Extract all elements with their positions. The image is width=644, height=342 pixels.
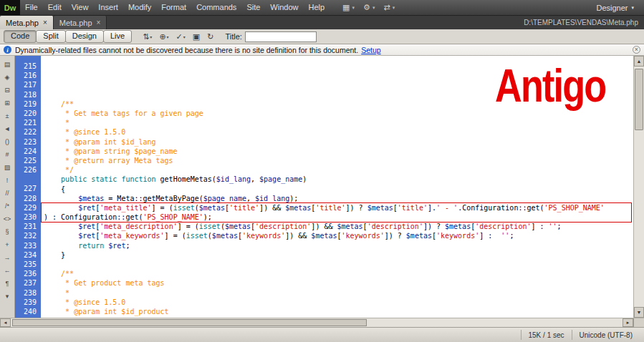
line-number: 238 [15, 288, 37, 298]
show-code-navigator-icon[interactable]: ◈ [1, 71, 14, 84]
collapse-selection-icon[interactable]: ⊞ [1, 97, 14, 109]
code-line[interactable]: * @return array Meta tags [41, 156, 633, 165]
code-line[interactable]: */ [41, 165, 633, 175]
line-number: 239 [15, 298, 37, 307]
expand-all-icon[interactable]: ± [1, 109, 14, 122]
title-input[interactable] [245, 31, 317, 42]
close-icon[interactable]: × [633, 46, 640, 54]
menu-format[interactable]: Format [156, 0, 191, 15]
apply-comment-icon[interactable]: // [1, 187, 14, 200]
tab-label: Meta.php [6, 19, 39, 27]
code-line[interactable]: { [41, 185, 633, 194]
workspace-label: Designer [596, 4, 628, 12]
scroll-down-icon[interactable]: ▼ [634, 307, 644, 318]
line-number: 216 [15, 71, 37, 80]
open-documents-icon[interactable]: ▤ [1, 58, 14, 71]
code-line[interactable]: * @since 1.5.0 [41, 298, 633, 307]
vertical-scrollbar[interactable]: ▲ ▼ [633, 56, 644, 318]
line-number: 229 [15, 203, 37, 212]
code-line[interactable] [41, 260, 633, 269]
outdent-code-icon[interactable]: ← [1, 264, 14, 277]
validate-markup-button[interactable]: ✓▾ [176, 32, 186, 41]
site-sync-button[interactable]: ⇄▾ [383, 3, 395, 12]
design-view-button[interactable]: Design [65, 30, 104, 43]
check-browser-compat-button[interactable]: ▣ [193, 32, 200, 41]
code-line[interactable]: ) : Configuration::get('PS_SHOP_NAME'); [41, 212, 633, 222]
scroll-up-icon[interactable]: ▲ [634, 56, 644, 67]
preview-in-browser-icon: ⊕ [159, 32, 165, 41]
layout-switcher-button[interactable]: ▦▾ [342, 3, 355, 12]
collapse-full-tag-icon[interactable]: ⊟ [1, 84, 14, 97]
line-number: 233 [15, 241, 37, 250]
code-line[interactable]: * @since 1.5.0 [41, 127, 633, 137]
code-line[interactable]: * @param string $page_name [41, 147, 633, 156]
code-line[interactable]: $ret['meta_keywords'] = (isset($metas['k… [41, 231, 633, 240]
chevron-down-icon: ▾ [183, 34, 186, 39]
remove-comment-icon[interactable]: /* [1, 200, 14, 212]
syntax-error-alerts-icon[interactable]: ! [1, 174, 14, 187]
info-message: Dynamically-related files cannot not be … [15, 46, 358, 54]
code-line[interactable]: $ret['meta_title'] = (isset($metas['titl… [41, 203, 633, 212]
horizontal-scroll-thumb[interactable] [12, 319, 367, 326]
tab-close-icon[interactable]: × [97, 19, 101, 26]
vertical-scroll-track[interactable] [634, 67, 644, 307]
menu-help[interactable]: Help [303, 0, 330, 15]
line-number [15, 175, 37, 184]
code-line[interactable]: * @param int $id_product [41, 307, 633, 316]
document-tab-1[interactable]: Meta.php× [0, 16, 54, 29]
menu-view[interactable]: View [67, 0, 94, 15]
indent-code-icon[interactable]: → [1, 251, 14, 264]
line-number: 220 [15, 109, 37, 118]
scroll-left-icon[interactable]: ◄ [0, 318, 11, 327]
code-line[interactable]: $ret['meta_description'] = (isset($metas… [41, 222, 633, 231]
move-convert-css-icon[interactable]: + [1, 238, 14, 251]
line-number: 228 [15, 194, 37, 203]
menu-insert[interactable]: Insert [93, 0, 123, 15]
live-view-button[interactable]: Live [103, 30, 132, 43]
line-number: 231 [15, 222, 37, 231]
code-line[interactable]: return $ret; [41, 241, 633, 250]
code-line[interactable]: * [41, 118, 633, 127]
line-number: 240 [15, 307, 37, 316]
code-line[interactable]: } [41, 250, 633, 260]
extend-services-button[interactable]: ⚙▾ [363, 3, 375, 12]
menu-commands[interactable]: Commands [191, 0, 241, 15]
code-line[interactable]: * @param int $id_lang [41, 137, 633, 147]
workspace-switcher[interactable]: Designer ▾ [590, 2, 640, 14]
select-parent-tag-icon[interactable]: ◄ [1, 122, 14, 135]
setup-link[interactable]: Setup [361, 46, 380, 54]
code-line[interactable]: * Get product meta tags [41, 278, 633, 288]
code-line[interactable]: $metas = Meta::getMetaByPage($page_name,… [41, 194, 633, 203]
code-lines[interactable]: Antigo /** * Get meta tags for a given p… [41, 56, 633, 318]
document-tab-2[interactable]: Meta.php× [54, 16, 107, 29]
chevron-down-icon: ▾ [393, 5, 395, 11]
balance-braces-icon[interactable]: () [1, 135, 14, 148]
wrap-tag-icon[interactable]: <> [1, 212, 14, 225]
line-numbers-icon[interactable]: # [1, 148, 14, 161]
menu-file[interactable]: File [20, 0, 43, 15]
code-line[interactable]: * @param int $id_lang [41, 316, 633, 318]
code-line[interactable]: /** [41, 269, 633, 278]
format-source-code-icon[interactable]: ¶ [1, 277, 14, 290]
scroll-right-icon[interactable]: ► [623, 318, 633, 327]
strip-collapse-icon[interactable]: ▾ [1, 290, 14, 303]
menu-edit[interactable]: Edit [43, 0, 67, 15]
menu-site[interactable]: Site [241, 0, 265, 15]
refresh-design-view-button[interactable]: ↻ [207, 32, 213, 41]
code-line[interactable]: * [41, 288, 633, 298]
split-view-button[interactable]: Split [36, 30, 65, 43]
preview-in-browser-button[interactable]: ⊕▾ [159, 32, 168, 41]
menu-window[interactable]: Window [265, 0, 303, 15]
coding-toolbar: ▤◈⊟⊞±◄()#▨!///*<>§+→←¶▾ [0, 56, 15, 318]
file-management-button[interactable]: ⇅▾ [143, 32, 152, 41]
tab-close-icon[interactable]: × [43, 19, 47, 26]
horizontal-scrollbar[interactable]: ◄ ► [0, 318, 644, 327]
vertical-scroll-thumb[interactable] [635, 69, 643, 130]
recent-snippets-icon[interactable]: § [1, 225, 14, 238]
code-view-button[interactable]: Code [4, 30, 37, 43]
menu-modify[interactable]: Modify [123, 0, 156, 15]
highlight-invalid-code-icon[interactable]: ▨ [1, 161, 14, 174]
horizontal-scroll-track[interactable] [11, 318, 623, 327]
dreamweaver-logo-icon[interactable]: Dw [0, 0, 20, 15]
code-line[interactable]: public static function getHomeMetas($id_… [41, 175, 633, 184]
